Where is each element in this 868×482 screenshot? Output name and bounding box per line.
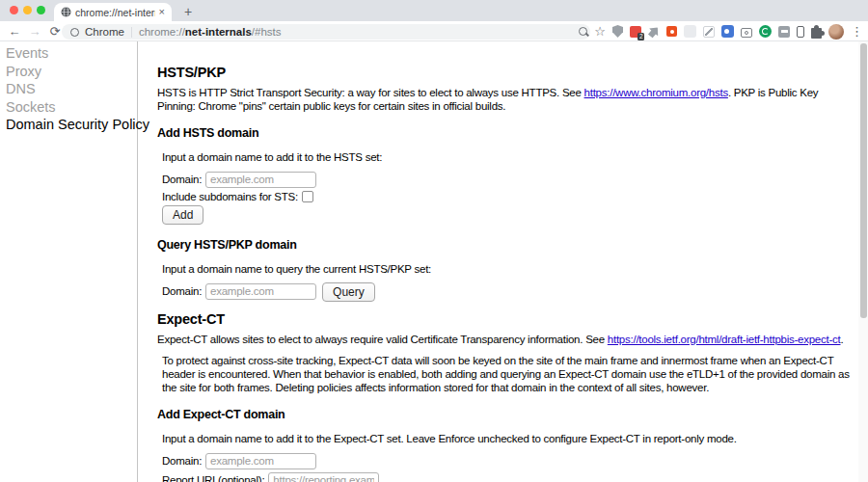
zoom-icon[interactable] — [579, 27, 587, 36]
minimize-window-button[interactable] — [23, 6, 32, 14]
browser-window: chrome://net-internals/#hsts × + ← → ⟳ C… — [0, 0, 868, 482]
report-uri-input[interactable] — [268, 472, 379, 482]
expect-ct-intro-text-after: . — [840, 334, 843, 345]
extension-blue-icon[interactable] — [721, 25, 734, 38]
add-hsts-domain-heading: Add HSTS domain — [157, 126, 856, 140]
extension-note-icon[interactable] — [703, 26, 715, 38]
sidebar-item-domain-security-policy[interactable]: Domain Security Policy — [0, 116, 137, 134]
query-instruction: Input a domain name to query the current… — [162, 262, 856, 276]
hsts-pkp-title: HSTS/PKP — [157, 66, 856, 79]
back-icon[interactable]: ← — [6, 23, 23, 40]
tab-favicon-globe-icon — [61, 7, 71, 17]
expect-ct-intro-text: Expect-CT allows sites to elect to alway… — [157, 334, 608, 345]
extension-camera-icon[interactable] — [741, 28, 752, 38]
extension-shield-icon[interactable] — [612, 25, 623, 38]
add-expect-ct-section: Input a domain name to add it to the Exp… — [157, 432, 856, 482]
expect-ct-domain-label: Domain: — [162, 454, 202, 468]
sidebar-item-proxy[interactable]: Proxy — [0, 63, 137, 81]
query-button[interactable]: Query — [322, 282, 375, 302]
expect-ct-intro-paragraph: Expect-CT allows sites to elect to alway… — [157, 333, 856, 346]
add-expect-ct-heading: Add Expect-CT domain — [157, 408, 856, 421]
expect-ct-title: Expect-CT — [157, 312, 856, 326]
add-expect-ct-instruction: Input a domain name to add it to the Exp… — [162, 432, 856, 445]
omnibox-site-label: Chrome — [85, 26, 124, 38]
tab-title: chrome://net-internals/#hsts — [75, 7, 155, 18]
query-domain-label: Domain: — [162, 284, 202, 298]
page-scrollbar-track[interactable] — [858, 41, 868, 482]
url-path: /#hsts — [252, 26, 282, 38]
expect-ct-domain-input[interactable] — [205, 453, 316, 469]
new-tab-button[interactable]: + — [177, 2, 199, 21]
close-window-button[interactable] — [10, 6, 18, 14]
add-hsts-instruction: Input a domain name to add it to the HST… — [162, 150, 856, 164]
extension-lock-icon[interactable] — [666, 26, 677, 37]
forward-icon[interactable]: → — [26, 23, 43, 40]
add-hsts-button[interactable]: Add — [162, 205, 203, 225]
browser-tab[interactable]: chrome://net-internals/#hsts × — [54, 3, 172, 21]
page-scrollbar-thumb[interactable] — [860, 43, 867, 318]
extension-phone-icon[interactable] — [797, 26, 804, 38]
net-internals-page: Events Proxy DNS Sockets Domain Security… — [0, 41, 868, 482]
include-subdomains-checkbox[interactable] — [302, 191, 313, 202]
main-content: HSTS/PKP HSTS is HTTP Strict Transport S… — [157, 41, 856, 482]
sidebar-item-events[interactable]: Events — [0, 44, 137, 63]
profile-avatar[interactable] — [828, 24, 844, 40]
extension-disabled-icon[interactable] — [684, 25, 696, 38]
query-hsts-heading: Query HSTS/PKP domain — [157, 238, 856, 252]
report-uri-label: Report URI (optional): — [162, 473, 264, 482]
extension-arrow-icon[interactable] — [646, 23, 663, 40]
url-scheme: chrome:// — [139, 26, 185, 38]
query-hsts-section: Input a domain name to query the current… — [157, 262, 856, 301]
fullscreen-window-button[interactable] — [37, 6, 45, 14]
page-info-icon[interactable] — [70, 28, 79, 37]
omnibox-address-bar[interactable]: Chrome chrome://net-internals/#hsts — [62, 24, 590, 40]
bookmark-star-icon[interactable]: ☆ — [594, 25, 606, 38]
chromium-hsts-link[interactable]: https://www.chromium.org/hsts — [584, 87, 728, 98]
extensions-puzzle-icon[interactable] — [811, 28, 822, 39]
toolbar-right-icons: ☆ 2 ⋮ — [579, 21, 863, 41]
add-hsts-domain-input[interactable] — [205, 172, 316, 188]
hsts-intro-paragraph: HSTS is HTTP Strict Transport Security: … — [157, 86, 856, 113]
sidebar-item-dns[interactable]: DNS — [0, 80, 137, 98]
sidebar: Events Proxy DNS Sockets Domain Security… — [0, 41, 138, 482]
extension-badge-count: 2 — [637, 33, 644, 40]
hsts-intro-text: HSTS is HTTP Strict Transport Security: … — [157, 87, 584, 98]
extension-gray-badge-icon[interactable] — [778, 26, 790, 38]
extension-adblock-icon[interactable]: 2 — [630, 26, 641, 38]
include-subdomains-label: Include subdomains for STS: — [162, 190, 298, 203]
url-host: net-internals — [185, 26, 252, 38]
extension-grammarly-icon[interactable] — [759, 25, 772, 38]
omnibox-divider — [131, 27, 132, 38]
add-hsts-domain-label: Domain: — [162, 173, 202, 186]
tab-close-icon[interactable]: × — [159, 7, 165, 17]
add-hsts-section: Input a domain name to add it to the HST… — [157, 150, 856, 225]
query-domain-input[interactable] — [205, 283, 316, 300]
sidebar-item-sockets[interactable]: Sockets — [0, 98, 137, 117]
expect-ct-note-paragraph: To protect against cross-site tracking, … — [157, 354, 856, 394]
more-menu-icon[interactable]: ⋮ — [851, 25, 863, 38]
tab-strip: chrome://net-internals/#hsts × + — [0, 0, 868, 21]
ietf-expect-ct-link[interactable]: https://tools.ietf.org/html/draft-ietf-h… — [608, 334, 841, 345]
